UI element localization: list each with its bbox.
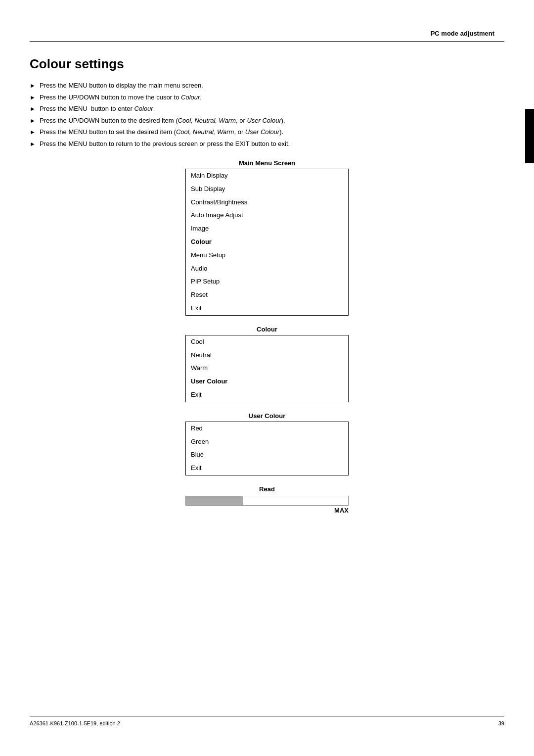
instruction-text: Press the UP/DOWN button to move the cus… (40, 93, 504, 102)
italic-cool-neutral-warm: Cool, Neutral, Warm (178, 117, 236, 124)
instruction-text: Press the MENU button to set the desired… (40, 127, 504, 137)
instruction-item: ► Press the MENU button to enter Colour. (30, 104, 504, 114)
read-bar-container: MAX (185, 496, 349, 514)
footer-content: A26361-K961-Z100-1-5E19, edition 2 39 (30, 720, 504, 726)
menu-item: Sub Display (186, 183, 348, 196)
colour-menu-box: CoolNeutralWarmUser ColourExit (185, 335, 349, 402)
italic-user-colour: User Colour (247, 117, 281, 124)
menu-item: Exit (186, 302, 348, 315)
page-wrapper: PC mode adjustment Colour settings ► Pre… (0, 0, 534, 756)
user-colour-menu-title: User Colour (30, 412, 504, 420)
menu-item: Audio (186, 262, 348, 276)
footer-right: 39 (498, 720, 504, 726)
right-bar (525, 109, 534, 163)
italic-colour2: Colour (134, 105, 153, 112)
instruction-item: ► Press the MENU button to return to the… (30, 139, 504, 149)
instruction-text: Press the MENU button to enter Colour. (40, 104, 504, 114)
bullet-arrow: ► (30, 128, 36, 137)
menu-item: Blue (186, 448, 348, 462)
bullet-arrow: ► (30, 81, 36, 90)
bullet-arrow: ► (30, 116, 36, 125)
instruction-item: ► Press the UP/DOWN button to move the c… (30, 93, 504, 102)
main-menu-title: Main Menu Screen (30, 159, 504, 167)
italic-user-colour2: User Colour (245, 128, 279, 136)
menu-item: Contrast/Brightness (186, 196, 348, 209)
menu-item: Reset (186, 288, 348, 302)
menu-item: PIP Setup (186, 275, 348, 288)
footer-left: A26361-K961-Z100-1-5E19, edition 2 (30, 720, 120, 726)
bullet-arrow: ► (30, 93, 36, 102)
colour-menu-section: Colour CoolNeutralWarmUser ColourExit (30, 326, 504, 402)
read-bar-outer (185, 496, 349, 506)
pc-mode-label: PC mode adjustment (431, 30, 494, 37)
max-label: MAX (185, 507, 349, 514)
instruction-item: ► Press the MENU button to set the desir… (30, 127, 504, 137)
instructions: ► Press the MENU button to display the m… (30, 81, 504, 148)
menu-item: Colour (186, 236, 348, 249)
bullet-arrow: ► (30, 140, 36, 148)
user-colour-menu-box: RedGreenBlueExit (185, 422, 349, 475)
instruction-item: ► Press the MENU button to display the m… (30, 81, 504, 91)
read-bar-empty (243, 496, 348, 505)
menu-item: Cool (186, 335, 348, 349)
user-colour-menu-section: User Colour RedGreenBlueExit (30, 412, 504, 475)
menu-item: Menu Setup (186, 249, 348, 262)
main-menu-box: Main DisplaySub DisplayContrast/Brightne… (185, 169, 349, 316)
menu-item: Exit (186, 388, 348, 402)
instruction-text: Press the MENU button to return to the p… (40, 139, 504, 149)
italic-cool-neutral-warm2: Cool, Neutral, Warm (176, 128, 234, 136)
menu-item: Main Display (186, 169, 348, 183)
italic-colour: Colour (181, 94, 200, 101)
menu-item: Neutral (186, 349, 348, 362)
menu-item: Exit (186, 462, 348, 475)
read-section: Read MAX (30, 485, 504, 514)
page-title: Colour settings (30, 56, 504, 72)
colour-menu-title: Colour (30, 326, 504, 333)
menu-item: User Colour (186, 375, 348, 388)
menu-item: Red (186, 422, 348, 435)
menu-item: Image (186, 222, 348, 236)
menu-item: Warm (186, 362, 348, 375)
footer-rule (30, 716, 504, 716)
instruction-item: ► Press the UP/DOWN button to the desire… (30, 116, 504, 126)
main-menu-section: Main Menu Screen Main DisplaySub Display… (30, 159, 504, 316)
pc-mode-line: PC mode adjustment (30, 30, 504, 37)
header-section: PC mode adjustment (0, 0, 534, 42)
read-title: Read (30, 485, 504, 493)
read-bar-filled (186, 496, 243, 505)
menu-item: Green (186, 435, 348, 449)
content: Colour settings ► Press the MENU button … (0, 42, 534, 554)
menu-item: Auto Image Adjust (186, 209, 348, 222)
instruction-text: Press the MENU button to display the mai… (40, 81, 504, 91)
footer: A26361-K961-Z100-1-5E19, edition 2 39 (30, 716, 504, 726)
instruction-text: Press the UP/DOWN button to the desired … (40, 116, 504, 126)
bullet-arrow: ► (30, 104, 36, 113)
